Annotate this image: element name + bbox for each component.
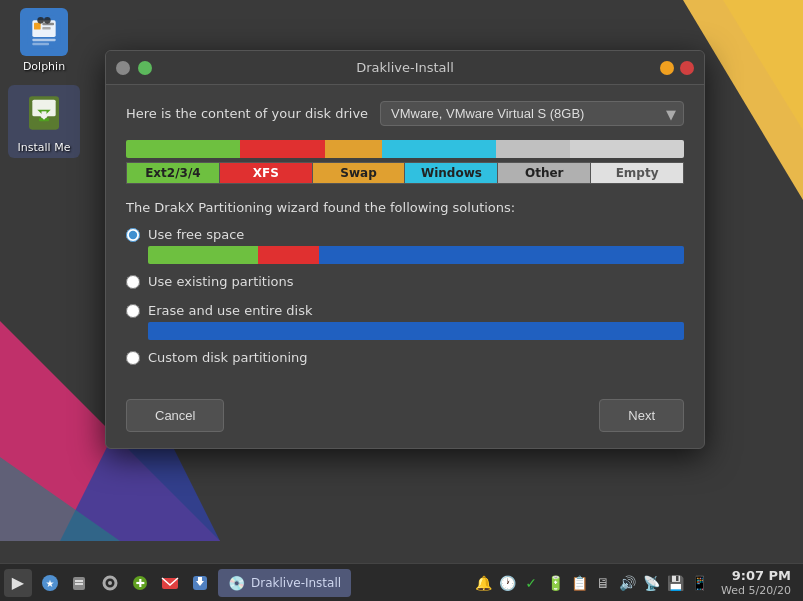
dialog-body: Here is the content of your disk drive V…	[106, 85, 704, 448]
legend-swap: Swap	[313, 163, 406, 183]
partition-other-bar	[496, 140, 570, 158]
legend-other: Other	[498, 163, 591, 183]
svg-point-7	[37, 17, 44, 24]
bar-blue-seg	[319, 246, 684, 264]
taskbar-app-draklive[interactable]: 💿 Draklive-Install	[218, 569, 351, 597]
titlebar-menu-btn[interactable]	[116, 61, 130, 75]
desktop-icon-installme[interactable]: Install Me	[8, 85, 80, 158]
systray-clock-icon[interactable]: 🕐	[497, 573, 517, 593]
desktop-icon-dolphin[interactable]: Dolphin	[8, 8, 80, 73]
radio-use-existing-label: Use existing partitions	[148, 274, 294, 289]
taskbar-start-button[interactable]: ▶	[4, 569, 32, 597]
bar-green-seg	[148, 246, 258, 264]
taskbar-systray: 🔔 🕐 ✓ 🔋 📋 🖥 🔊 📡 💾 📱	[473, 573, 709, 593]
dialog-titlebar: Draklive-Install	[106, 51, 704, 85]
bar-red-seg	[258, 246, 319, 264]
disk-selector-row: Here is the content of your disk drive V…	[126, 101, 684, 126]
dolphin-label: Dolphin	[23, 60, 65, 73]
taskbar-icon-download[interactable]	[186, 569, 214, 597]
start-icon: ▶	[12, 573, 24, 592]
erase-full-bar	[148, 322, 684, 340]
option-erase-disk-label-row: Erase and use entire disk	[126, 303, 684, 318]
taskbar: ▶ ★ ✚ 💿 Draklive-Install	[0, 563, 803, 601]
systray-battery-icon[interactable]: 🔋	[545, 573, 565, 593]
disk-dropdown-wrapper[interactable]: VMware, VMware Virtual S (8GB) ▼	[380, 101, 684, 126]
disk-dropdown[interactable]: VMware, VMware Virtual S (8GB)	[380, 101, 684, 126]
solutions-title: The DrakX Partitioning wizard found the …	[126, 200, 684, 215]
install-icon	[20, 89, 68, 137]
svg-rect-28	[198, 577, 202, 582]
partition-empty-bar	[570, 140, 684, 158]
taskbar-icon-star[interactable]: ★	[36, 569, 64, 597]
legend-empty: Empty	[591, 163, 683, 183]
taskbar-icon-mail[interactable]	[156, 569, 184, 597]
erase-disk-bar	[148, 322, 684, 340]
systray-clipboard-icon[interactable]: 📋	[569, 573, 589, 593]
radio-custom-label: Custom disk partitioning	[148, 350, 308, 365]
svg-rect-2	[34, 23, 41, 30]
svg-point-8	[44, 17, 51, 24]
option-custom-label-row: Custom disk partitioning	[126, 350, 684, 365]
partition-swap-bar	[325, 140, 382, 158]
disk-selector-label: Here is the content of your disk drive	[126, 106, 368, 121]
partition-xfs-bar	[240, 140, 325, 158]
systray-display-icon[interactable]: 🖥	[593, 573, 613, 593]
systray-volume-icon[interactable]: 🔊	[617, 573, 637, 593]
taskbar-icon-game[interactable]: ✚	[126, 569, 154, 597]
legend-xfs: XFS	[220, 163, 313, 183]
radio-use-free-space[interactable]	[126, 228, 140, 242]
bg-decoration-yellow2	[723, 0, 803, 130]
legend-windows: Windows	[405, 163, 498, 183]
taskbar-app-label: Draklive-Install	[251, 576, 341, 590]
dialog-window: Draklive-Install Here is the content of …	[105, 50, 705, 449]
next-button[interactable]: Next	[599, 399, 684, 432]
option-erase-disk: Erase and use entire disk	[126, 303, 684, 340]
svg-rect-15	[42, 111, 47, 118]
installme-label: Install Me	[18, 141, 71, 154]
radio-erase-disk-label: Erase and use entire disk	[148, 303, 312, 318]
titlebar-maximize-btn[interactable]	[138, 61, 152, 75]
systray-device-icon[interactable]: 📱	[689, 573, 709, 593]
cancel-button[interactable]: Cancel	[126, 399, 224, 432]
option-use-existing-label-row: Use existing partitions	[126, 274, 684, 289]
radio-erase-disk[interactable]	[126, 304, 140, 318]
titlebar-controls	[116, 61, 152, 75]
svg-text:✚: ✚	[135, 577, 144, 590]
systray-bluetooth-icon[interactable]: 📡	[641, 573, 661, 593]
taskbar-app-icon: 💿	[228, 575, 245, 591]
svg-rect-4	[42, 27, 50, 30]
svg-rect-5	[32, 39, 55, 42]
titlebar-minimize-btn[interactable]	[660, 61, 674, 75]
radio-use-free-space-label: Use free space	[148, 227, 244, 242]
systray-usb-icon[interactable]: 💾	[665, 573, 685, 593]
partition-legend: Ext2/3/4 XFS Swap Windows Other Empty	[126, 162, 684, 184]
use-free-space-bar	[148, 246, 684, 264]
svg-rect-20	[75, 583, 83, 585]
option-custom: Custom disk partitioning	[126, 350, 684, 369]
taskbar-clock[interactable]: 9:07 PM Wed 5/20/20	[713, 566, 799, 599]
taskbar-icon-files[interactable]	[66, 569, 94, 597]
dialog-title: Draklive-Install	[356, 60, 454, 75]
option-use-free-label-row: Use free space	[126, 227, 684, 242]
svg-rect-6	[32, 43, 49, 45]
legend-ext: Ext2/3/4	[127, 163, 220, 183]
button-row: Cancel Next	[126, 389, 684, 432]
radio-custom[interactable]	[126, 351, 140, 365]
dolphin-icon	[20, 8, 68, 56]
desktop: Dolphin Install Me	[0, 0, 803, 601]
svg-rect-19	[75, 580, 83, 582]
option-use-existing: Use existing partitions	[126, 274, 684, 293]
option-use-free-space: Use free space	[126, 227, 684, 264]
taskbar-quick-launch: ★ ✚	[36, 569, 214, 597]
partition-bar	[126, 140, 684, 158]
taskbar-icon-gear[interactable]	[96, 569, 124, 597]
svg-point-22	[108, 581, 112, 585]
svg-text:★: ★	[46, 578, 55, 589]
partition-ext-bar	[126, 140, 240, 158]
systray-notification-icon[interactable]: 🔔	[473, 573, 493, 593]
titlebar-close-btn[interactable]	[680, 61, 694, 75]
systray-check-icon[interactable]: ✓	[521, 573, 541, 593]
radio-use-existing[interactable]	[126, 275, 140, 289]
desktop-icons: Dolphin Install Me	[8, 8, 80, 158]
partition-windows-bar	[382, 140, 496, 158]
